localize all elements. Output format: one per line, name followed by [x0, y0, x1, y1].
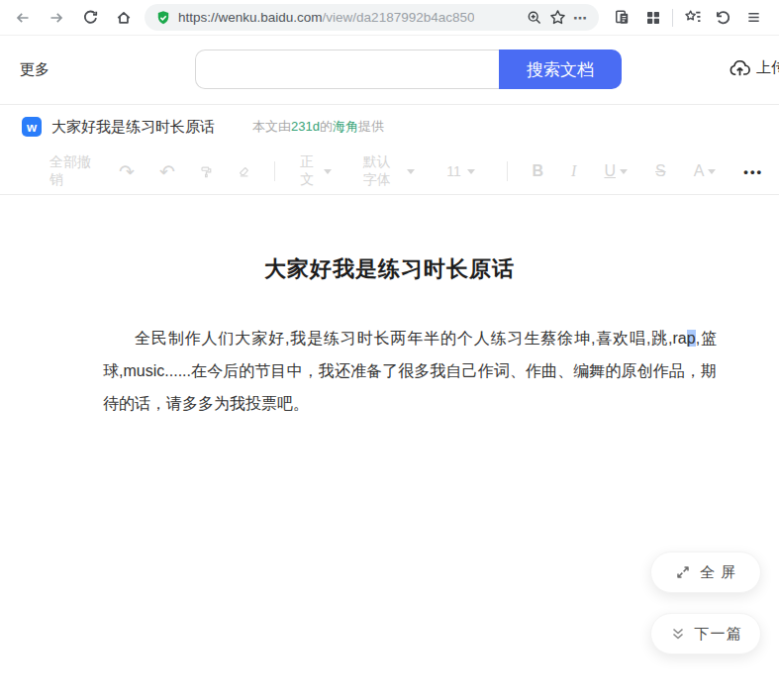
back-arrow-icon: [14, 10, 32, 26]
italic-button[interactable]: I: [571, 162, 576, 180]
zoom-icon[interactable]: [527, 10, 542, 26]
document-page: 大家好我是练习时长原话 全民制作人们大家好,我是练习时长两年半的个人练习生蔡徐坤…: [0, 195, 779, 700]
refresh-icon: [82, 9, 99, 26]
next-article-button[interactable]: 下一篇: [650, 613, 761, 654]
provider-prefix: 本文由: [252, 119, 291, 134]
url-more-icon[interactable]: ⋯: [573, 10, 588, 26]
provider-mid: 的: [320, 119, 333, 134]
eraser-icon[interactable]: [238, 163, 250, 180]
upload-button[interactable]: 上传: [729, 57, 779, 77]
document-title-label: 大家好我是练习时长原话: [51, 118, 215, 137]
forward-arrow-icon: [48, 10, 65, 26]
chevron-down-icon: [708, 169, 716, 174]
copy-pages-icon: [614, 9, 631, 26]
underline-letter: U: [604, 162, 616, 180]
font-color-button[interactable]: A: [694, 162, 717, 180]
url-text[interactable]: https://wenku.baidu.com/view/da2187992b4…: [178, 10, 474, 25]
provider-suffix: 提供: [358, 119, 384, 134]
redo-icon[interactable]: ↷: [119, 162, 135, 181]
font-family-value: 默认字体: [363, 153, 402, 189]
upload-label: 上传: [756, 58, 779, 77]
double-chevron-down-icon: [670, 626, 686, 642]
security-shield-icon: [155, 10, 171, 26]
apps-button[interactable]: [637, 4, 668, 32]
document-paragraph: 全民制作人们大家好,我是练习时长两年半的个人练习生蔡徐坤,喜欢唱,跳,rap,篮…: [103, 322, 717, 420]
chevron-down-icon: [467, 169, 475, 174]
paragraph-style-dropdown[interactable]: 正文: [300, 153, 332, 189]
hamburger-menu-icon: [745, 10, 762, 25]
chevron-down-icon: [620, 169, 628, 174]
provider-name-link[interactable]: 海角: [333, 119, 358, 134]
undo-icon[interactable]: ↶: [159, 162, 175, 181]
reading-list-button[interactable]: [607, 4, 637, 32]
provider-info: 本文由231d的海角提供: [252, 118, 384, 136]
paragraph-text: 全民制作人们大家好,我是练习时长两年半的个人练习生蔡徐坤,喜欢唱,跳,ra: [135, 330, 687, 347]
format-painter-icon[interactable]: [200, 163, 213, 180]
bold-button[interactable]: B: [533, 162, 544, 180]
fullscreen-label: 全 屏: [700, 563, 736, 582]
search-input[interactable]: [195, 50, 499, 89]
font-color-letter: A: [694, 162, 705, 180]
forward-button[interactable]: [40, 4, 73, 32]
browser-right-controls: [607, 4, 769, 32]
browser-toolbar: https://wenku.baidu.com/view/da2187992b4…: [0, 0, 779, 36]
toolbar-divider: [274, 161, 275, 181]
font-size-value: 11: [446, 163, 461, 179]
paragraph-style-value: 正文: [300, 153, 318, 189]
refresh-button[interactable]: [73, 4, 107, 32]
back-button[interactable]: [6, 4, 40, 32]
cloud-upload-icon: [729, 57, 751, 77]
site-header: 更多 搜索文档 上传: [0, 36, 779, 104]
chevron-down-icon: [324, 169, 332, 174]
chevron-down-icon: [407, 169, 415, 174]
recent-history-button[interactable]: [708, 4, 738, 32]
apps-grid-icon: [645, 10, 661, 26]
menu-button[interactable]: [738, 4, 769, 32]
document-info-bar: w 大家好我是练习时长原话 本文由231d的海角提供: [0, 104, 779, 149]
underline-button[interactable]: U: [604, 162, 628, 180]
wenku-logo-icon: w: [22, 117, 42, 137]
search-button[interactable]: 搜索文档: [499, 50, 622, 89]
provider-user-link[interactable]: 231d: [291, 119, 320, 134]
url-domain: https://wenku.baidu.com: [178, 10, 323, 25]
toolbar-divider: [507, 161, 508, 181]
url-path: /view/da2187992b4ac850: [323, 10, 475, 25]
font-size-dropdown[interactable]: 11: [446, 163, 475, 179]
expand-fullscreen-icon: [675, 564, 691, 580]
bookmark-star-icon[interactable]: [549, 9, 566, 26]
more-nav-link[interactable]: 更多: [20, 60, 49, 79]
address-bar[interactable]: https://wenku.baidu.com/view/da2187992b4…: [145, 4, 599, 31]
home-button[interactable]: [107, 4, 141, 32]
strikethrough-button[interactable]: S: [655, 162, 666, 180]
next-article-label: 下一篇: [695, 625, 742, 644]
toolbar-separator: [672, 9, 673, 27]
home-icon: [115, 9, 133, 26]
favorites-star-icon: [684, 9, 702, 26]
document-heading: 大家好我是练习时长原话: [0, 195, 779, 284]
favorites-list-button[interactable]: [677, 4, 708, 32]
fullscreen-button[interactable]: 全 屏: [650, 551, 761, 593]
toolbar-more-button[interactable]: •••: [743, 164, 763, 179]
editor-toolbar: 全部撤销 ↷ ↶ 正文 默认字体 11 B I U S A •••: [0, 149, 779, 195]
search-bar: 搜索文档: [195, 50, 622, 89]
font-family-dropdown[interactable]: 默认字体: [363, 153, 416, 189]
undo-arrow-icon: [715, 9, 731, 26]
selected-text: p: [687, 330, 696, 347]
undo-all-button[interactable]: 全部撤销: [49, 153, 91, 189]
